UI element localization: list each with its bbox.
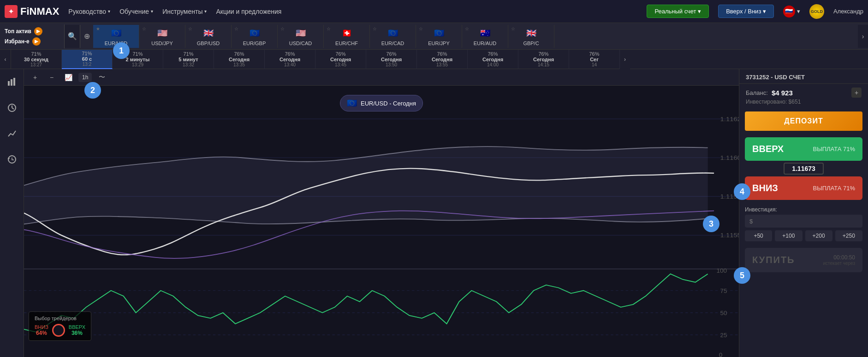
scroll-left-button[interactable]: ‹: [0, 50, 11, 69]
chart-type-button[interactable]: 📈: [62, 71, 75, 84]
chart-tooltip: 🇪🇺 EUR/USD - Сегодня: [340, 95, 423, 111]
up-label: ВВЕРХ: [752, 144, 784, 154]
star-icon: ☆: [188, 26, 192, 31]
sidebar-history-icon[interactable]: [4, 151, 20, 168]
top-nav: ✦ FiNMAX Руководство ▾ Обучение ▾ Инстру…: [0, 0, 868, 23]
trader-circle: [52, 324, 65, 337]
trade-up-button[interactable]: ВВЕРХ ВЫПЛАТА 71%: [745, 137, 862, 161]
svg-rect-2: [13, 78, 15, 86]
real-account-button[interactable]: Реальный счет ▾: [647, 5, 709, 18]
add-funds-button[interactable]: +: [851, 88, 862, 98]
asset-item-eurgbp[interactable]: ☆ 🇪🇺 EUR/GBP: [232, 25, 278, 48]
time-item-30s[interactable]: 71% 30 секунд 13:27: [11, 50, 62, 69]
quick-50-button[interactable]: +50: [745, 230, 772, 241]
svg-text:25: 25: [720, 332, 727, 338]
search-button[interactable]: 🔍: [65, 25, 80, 48]
asset-flag: 🇪🇺: [386, 27, 400, 40]
updown-button[interactable]: Вверх / Вниз ▾: [718, 5, 774, 18]
asset-item-eurjpy[interactable]: ☆ 🇪🇺 EUR/JPY: [416, 25, 462, 48]
balance-row: Баланс: $4 923 +: [739, 84, 868, 99]
time-item-today-3[interactable]: 76% Сегодня 13:45: [315, 50, 366, 69]
time-item-5m[interactable]: 71% 5 минут 13:32: [163, 50, 214, 69]
asset-item-eurchf[interactable]: ☆ 🇨🇭 EUR/CHF: [324, 25, 370, 48]
time-item-today-4[interactable]: 76% Сегодня 13:50: [366, 50, 417, 69]
asset-flag: 🇬🇧: [202, 27, 215, 40]
tutorial-circle-4: 4: [734, 183, 750, 200]
svg-text:100: 100: [716, 268, 726, 274]
zoom-in-button[interactable]: +: [29, 71, 42, 84]
nav-item-guide[interactable]: Руководство ▾: [68, 8, 110, 15]
time-item-today-5[interactable]: 76% Сегодня 13:55: [417, 50, 468, 69]
asset-item-usdjpy[interactable]: ☆ 🇺🇸 USD/JPY: [139, 25, 185, 48]
language-selector[interactable]: 🇷🇺 ▾: [783, 6, 800, 18]
time-pct: 71%: [31, 51, 41, 57]
time-clock: 13:32: [183, 62, 194, 67]
tutorial-circle-1: 1: [113, 42, 130, 59]
time-label: 2 минуты: [126, 57, 150, 62]
quick-250-button[interactable]: +250: [835, 230, 862, 241]
time-pct: 76%: [488, 51, 498, 57]
time-item-60s[interactable]: 71% 60 с 13:2: [62, 50, 113, 69]
invest-input-row: $: [745, 215, 862, 228]
chart-main: 🇪🇺 EUR/USD - Сегодня 1.11625 1.11600 1.1…: [24, 86, 739, 357]
quick-100-button[interactable]: +100: [775, 230, 802, 241]
time-item-today-8[interactable]: 76% Сег 14: [569, 50, 620, 69]
svg-rect-1: [11, 79, 12, 86]
time-pct: 71%: [183, 51, 193, 57]
buy-label: КУПИТЬ: [752, 255, 795, 265]
nav-item-tools[interactable]: Инструменты ▾: [162, 8, 207, 15]
svg-text:0: 0: [719, 352, 723, 357]
svg-rect-0: [8, 81, 10, 86]
nav-item-promo[interactable]: Акции и предложения: [216, 8, 281, 15]
asset-flag: 🇨🇭: [340, 27, 354, 40]
user-name[interactable]: Александр: [833, 8, 863, 15]
invest-input[interactable]: [755, 217, 858, 225]
nav-item-learn[interactable]: Обучение ▾: [119, 8, 153, 15]
invested-row: Инвестировано: $651: [739, 99, 868, 109]
chevron-down-icon: ▾: [108, 9, 110, 14]
invest-section: Инвестиция: $ +50 +100 +200 +250: [739, 204, 868, 244]
asset-item-gbpc[interactable]: ☆ 🇬🇧 GBP/C: [508, 25, 554, 48]
time-item-today-1[interactable]: 76% Сегодня 13:35: [214, 50, 265, 69]
time-pct: 71%: [132, 51, 143, 57]
top-assets-label[interactable]: Топ актив ▶: [5, 27, 59, 35]
time-clock: 14:00: [487, 62, 499, 67]
trade-down-button[interactable]: ВНИЗ ВЫПЛАТА 71%: [745, 176, 862, 200]
scroll-right-button[interactable]: ›: [858, 25, 868, 48]
tutorial-circle-5: 5: [734, 267, 750, 284]
time-clock: 13:45: [335, 62, 346, 67]
down-payout: ВЫПЛАТА 71%: [813, 185, 855, 192]
asset-scroll: ★ 🇪🇺 EUR/USD ☆ 🇺🇸 USD/JPY ☆ 🇬🇧 GBP/USD ☆…: [93, 25, 858, 48]
time-item-today-2[interactable]: 76% Сегодня 13:40: [265, 50, 315, 69]
timeframe-selector[interactable]: 1h: [78, 73, 92, 82]
svg-rect-17: [24, 269, 739, 357]
chart-tooltip-text: EUR/USD - Сегодня: [361, 100, 416, 107]
time-label: Сегодня: [432, 57, 452, 62]
sidebar-chart-icon[interactable]: [4, 74, 20, 90]
asset-item-euraud[interactable]: ☆ 🇦🇺 EUR/AUD: [462, 25, 508, 48]
quick-200-button[interactable]: +200: [805, 230, 832, 241]
trader-box: Выбор трейдеров ВНИЗ 64% ВВЕРХ 36%: [29, 311, 91, 341]
account-header: 3731252 - USD СЧЕТ: [739, 69, 868, 84]
indicator-button[interactable]: 〜: [95, 71, 108, 84]
svg-text:50: 50: [720, 310, 727, 316]
play-icon: ▶: [32, 37, 41, 46]
deposit-button[interactable]: ДЕПОЗИТ: [745, 111, 862, 131]
zoom-out-button[interactable]: −: [45, 71, 58, 84]
trader-bar: ВНИЗ 64% ВВЕРХ 36%: [35, 324, 85, 337]
time-scroll-right[interactable]: ›: [620, 50, 630, 69]
favorites-label[interactable]: Избран-е ▶: [5, 37, 59, 46]
buy-button[interactable]: КУПИТЬ 00:00:50 истекает через: [745, 248, 862, 272]
asset-item-usdcad[interactable]: ☆ 🇺🇸 USD/CAD: [278, 25, 324, 48]
asset-item-eurcad[interactable]: ☆ 🇪🇺 EUR/CAD: [370, 25, 416, 48]
chart-area: + − 📈 1h 〜 🇪🇺 EUR/USD - Сегодня: [24, 69, 739, 357]
time-item-today-7[interactable]: 76% Сегодня 14:15: [518, 50, 569, 69]
time-item-today-6[interactable]: 76% Сегодня 14:00: [468, 50, 518, 69]
chevron-down-icon: ▾: [204, 9, 207, 14]
sidebar-stats-icon[interactable]: [4, 125, 20, 142]
add-asset-button[interactable]: ⊕: [80, 25, 93, 48]
trader-box-title: Выбор трейдеров: [35, 316, 85, 321]
sidebar-clock-icon[interactable]: [4, 99, 20, 116]
asset-item-gbpusd[interactable]: ☆ 🇬🇧 GBP/USD: [185, 25, 232, 48]
time-pct: 76%: [285, 51, 295, 57]
